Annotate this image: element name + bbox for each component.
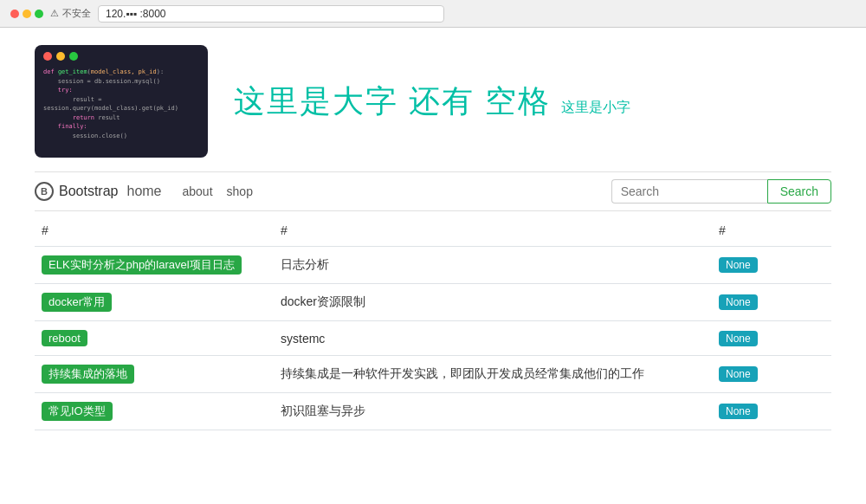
table-cell-badge: None (712, 284, 831, 321)
security-indicator: ⚠ 不安全 (50, 7, 91, 20)
shop-link[interactable]: shop (227, 184, 253, 198)
code-line-3: try: (43, 86, 199, 95)
table-cell-tag: reboot (35, 321, 274, 356)
code-window-dots (35, 45, 208, 66)
home-link[interactable]: home (126, 184, 161, 199)
navbar-search: Search (611, 179, 831, 204)
content-table: # # # ELK实时分析之php的laravel项目日志日志分析Nonedoc… (35, 215, 831, 430)
minimize-dot (23, 10, 31, 18)
code-display: def get_item(model_class, pk_id): sessio… (35, 66, 208, 142)
tag-badge[interactable]: ELK实时分析之php的laravel项目日志 (42, 255, 242, 275)
none-badge: None (719, 257, 758, 273)
table-cell-tag: ELK实时分析之php的laravel项目日志 (35, 247, 274, 284)
table-row: rebootsystemcNone (35, 321, 831, 356)
table-cell-tag: 常见IO类型 (35, 393, 274, 430)
none-badge: None (719, 294, 758, 310)
code-line-5: return result (43, 113, 199, 123)
about-link[interactable]: about (183, 184, 213, 198)
table-row: 持续集成的落地持续集成是一种软件开发实践，即团队开发成员经常集成他们的工作Non… (35, 356, 831, 393)
hero-section: def get_item(model_class, pk_id): sessio… (35, 28, 831, 171)
page-wrapper: def get_item(model_class, pk_id): sessio… (17, 28, 849, 430)
table-body: ELK实时分析之php的laravel项目日志日志分析Nonedocker常用d… (35, 247, 831, 430)
none-badge: None (719, 366, 758, 382)
tag-badge[interactable]: docker常用 (42, 293, 112, 312)
table-cell-desc: 持续集成是一种软件开发实践，即团队开发成员经常集成他们的工作 (274, 356, 712, 393)
col-header-3: # (712, 215, 831, 247)
search-input[interactable] (611, 179, 767, 204)
none-badge: None (719, 404, 758, 419)
tag-badge[interactable]: 持续集成的落地 (42, 365, 134, 384)
code-line-1: def get_item(model_class, pk_id): (43, 68, 199, 77)
table-cell-badge: None (712, 393, 831, 430)
navbar-brand[interactable]: B Bootstrap home (35, 182, 162, 201)
table-cell-desc: docker资源限制 (274, 284, 712, 321)
address-bar[interactable]: 120.▪️▪️▪️ :8000 (98, 5, 444, 23)
hero-image: def get_item(model_class, pk_id): sessio… (35, 45, 208, 158)
code-line-4: result = session.query(model_class).get(… (43, 95, 199, 113)
table-cell-desc: 初识阻塞与异步 (274, 393, 712, 430)
tag-badge[interactable]: reboot (42, 330, 87, 346)
tag-badge[interactable]: 常见IO类型 (42, 402, 113, 421)
hero-title-small: 这里是小字 (561, 100, 630, 114)
table-head: # # # (35, 215, 831, 247)
navbar: B Bootstrap home about shop Search (35, 171, 831, 211)
bootstrap-icon: B (35, 182, 54, 201)
table-cell-tag: docker常用 (35, 284, 274, 321)
table-row: docker常用docker资源限制None (35, 284, 831, 321)
brand-name: Bootstrap (59, 184, 118, 199)
code-line-6: finally: (43, 122, 199, 132)
code-line-7: session.close() (43, 132, 199, 141)
table-cell-desc: systemc (274, 321, 712, 356)
table-cell-badge: None (712, 321, 831, 356)
code-line-2: session = db.session.mysql() (43, 77, 199, 87)
maximize-dot (35, 10, 43, 18)
col-header-2: # (274, 215, 712, 247)
hero-text: 这里是大字 还有 空格 这里是小字 (234, 81, 831, 123)
navbar-links: about shop (183, 184, 253, 198)
table-cell-desc: 日志分析 (274, 247, 712, 284)
none-badge: None (719, 331, 758, 346)
code-dot-green (69, 52, 78, 61)
browser-chrome: ⚠ 不安全 120.▪️▪️▪️ :8000 (0, 0, 866, 28)
table-cell-badge: None (712, 247, 831, 284)
table-cell-badge: None (712, 356, 831, 393)
security-label: 不安全 (62, 7, 91, 20)
security-icon: ⚠ (50, 8, 59, 19)
table-cell-tag: 持续集成的落地 (35, 356, 274, 393)
table-row: ELK实时分析之php的laravel项目日志日志分析None (35, 247, 831, 284)
code-dot-red (43, 52, 52, 61)
browser-dots (10, 10, 43, 18)
table-header-row: # # # (35, 215, 831, 247)
col-header-1: # (35, 215, 274, 247)
code-dot-yellow (56, 52, 65, 61)
search-button[interactable]: Search (767, 179, 831, 204)
table-row: 常见IO类型初识阻塞与异步None (35, 393, 831, 430)
close-dot (10, 10, 19, 18)
hero-title-big: 这里是大字 还有 空格 (234, 83, 551, 119)
